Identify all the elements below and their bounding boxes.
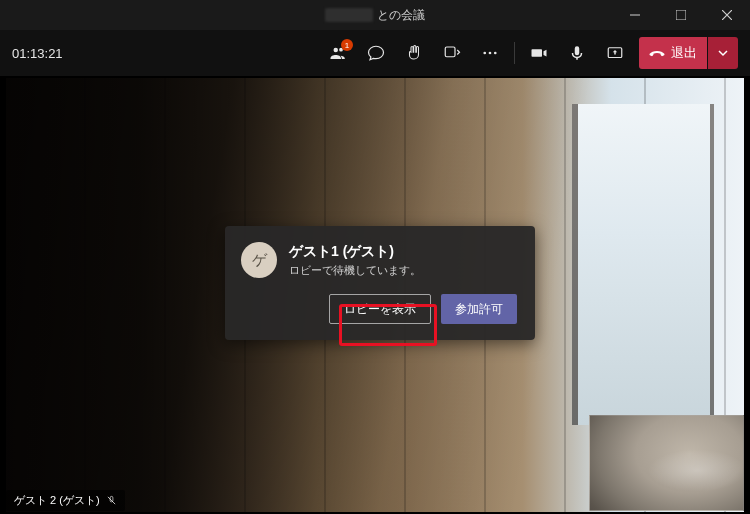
muted-mic-icon [106, 495, 117, 506]
chat-icon [367, 44, 385, 62]
svg-point-1 [483, 52, 486, 55]
minimize-button[interactable] [612, 0, 658, 30]
meeting-toolbar: 01:13:21 1 [0, 30, 750, 76]
view-lobby-button[interactable]: ロビーを表示 [329, 294, 431, 324]
breakout-rooms-icon [443, 44, 461, 62]
guest-name: ゲスト1 (ゲスト) [289, 243, 421, 261]
admit-button[interactable]: 参加許可 [441, 294, 517, 324]
participant-name: ゲスト 2 (ゲスト) [14, 493, 100, 508]
raise-hand-icon [405, 44, 423, 62]
video-stage: ゲ ゲスト1 (ゲスト) ロビーで待機しています。 ロビーを表示 参加許可 ゲス… [0, 76, 750, 514]
toolbar-separator [514, 42, 515, 64]
close-icon [722, 10, 732, 20]
camera-icon [530, 44, 548, 62]
rooms-button[interactable] [434, 35, 470, 71]
leave-group: 退出 [639, 37, 738, 69]
maximize-button[interactable] [658, 0, 704, 30]
reactions-button[interactable] [396, 35, 432, 71]
leave-button[interactable]: 退出 [639, 37, 707, 69]
camera-button[interactable] [521, 35, 557, 71]
share-screen-icon [606, 44, 624, 62]
avatar: ゲ [241, 242, 277, 278]
titlebar: との会議 [0, 0, 750, 30]
maximize-icon [676, 10, 686, 20]
ellipsis-icon [481, 44, 499, 62]
mic-button[interactable] [559, 35, 595, 71]
svg-point-3 [494, 52, 497, 55]
svg-rect-0 [445, 47, 455, 57]
lobby-status-text: ロビーで待機しています。 [289, 263, 421, 278]
participants-badge: 1 [341, 39, 353, 51]
chevron-down-icon [718, 48, 728, 58]
participant-name-tag: ゲスト 2 (ゲスト) [6, 490, 125, 511]
self-view[interactable] [589, 415, 744, 511]
minimize-icon [630, 10, 640, 20]
chat-button[interactable] [358, 35, 394, 71]
microphone-icon [568, 44, 586, 62]
call-timer: 01:13:21 [12, 46, 63, 61]
window-controls [612, 0, 750, 30]
share-button[interactable] [597, 35, 633, 71]
title-blurred-name [325, 8, 373, 22]
meeting-window: との会議 01:13:21 1 [0, 0, 750, 514]
more-actions-button[interactable] [472, 35, 508, 71]
leave-label: 退出 [671, 44, 697, 62]
hang-up-icon [649, 45, 665, 61]
svg-point-2 [489, 52, 492, 55]
participants-button[interactable]: 1 [320, 35, 356, 71]
leave-dropdown[interactable] [708, 37, 738, 69]
lobby-notification: ゲ ゲスト1 (ゲスト) ロビーで待機しています。 ロビーを表示 参加許可 [225, 226, 535, 340]
close-button[interactable] [704, 0, 750, 30]
title-suffix: との会議 [377, 7, 425, 24]
